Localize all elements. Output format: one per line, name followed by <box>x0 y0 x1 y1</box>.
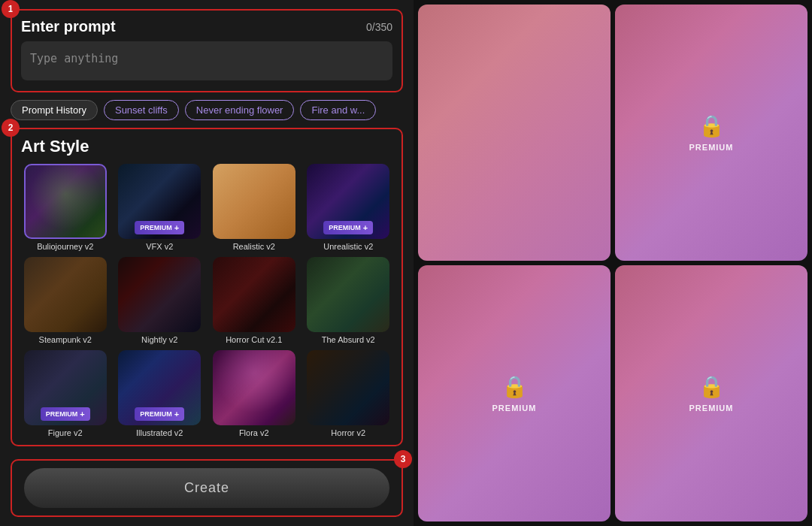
art-style-section-wrapper: 2 Art Style Buliojourney v2 PREMIUM VFX … <box>11 128 403 452</box>
art-label-figure: Figure v2 <box>48 428 83 437</box>
art-label-nightly: Nightly v2 <box>141 335 177 344</box>
art-thumb-absurd <box>307 257 389 332</box>
prompt-counter: 0/350 <box>366 21 392 33</box>
prompt-history-chip[interactable]: Prompt History <box>11 100 98 120</box>
art-thumb-realistic <box>213 164 295 239</box>
prompt-section: Enter prompt 0/350 <box>11 9 403 92</box>
fire-chip[interactable]: Fire and w... <box>300 100 376 120</box>
art-label-illustrated: Illustrated v2 <box>136 428 183 437</box>
art-thumb-flora <box>213 350 295 425</box>
art-item-steampunk[interactable]: Steampunk v2 <box>21 257 110 344</box>
art-item-horror2[interactable]: Horror v2 <box>304 350 393 437</box>
chips-row: Prompt History Sunset cliffs Never endin… <box>11 100 403 120</box>
lock-icon-3: 🔒 <box>501 374 528 399</box>
art-thumb-horror-cut <box>213 257 295 332</box>
step-3-badge: 3 <box>394 450 412 468</box>
prompt-header: Enter prompt 0/350 <box>21 18 392 35</box>
premium-badge-illustrated: PREMIUM <box>135 407 184 421</box>
art-item-figure[interactable]: PREMIUM Figure v2 <box>21 350 110 437</box>
art-style-section: Art Style Buliojourney v2 PREMIUM VFX v2… <box>11 128 403 446</box>
lock-icon-2: 🔒 <box>698 113 725 138</box>
sunset-cliffs-chip[interactable]: Sunset cliffs <box>104 100 179 120</box>
create-section: Create <box>11 459 403 517</box>
art-label-absurd: The Absurd v2 <box>322 335 375 344</box>
art-thumb-unrealistic: PREMIUM <box>307 164 389 239</box>
art-item-flora[interactable]: Flora v2 <box>210 350 298 437</box>
premium-label-4: PREMIUM <box>689 404 734 413</box>
art-item-horror-cut[interactable]: Horror Cut v2.1 <box>210 257 298 344</box>
art-label-horror2: Horror v2 <box>331 428 365 437</box>
art-thumb-horror2 <box>307 350 389 425</box>
preview-card-2[interactable]: 🔒 PREMIUM <box>615 5 807 261</box>
premium-badge-vfx: PREMIUM <box>135 221 184 234</box>
art-style-title: Art Style <box>21 137 392 156</box>
art-item-nightly[interactable]: Nightly v2 <box>116 257 205 344</box>
art-item-realistic[interactable]: Realistic v2 <box>210 164 298 251</box>
preview-card-1 <box>418 5 611 261</box>
art-style-grid: Buliojourney v2 PREMIUM VFX v2 Realistic… <box>21 164 392 437</box>
create-section-wrapper: 3 Create <box>11 459 403 517</box>
prompt-title: Enter prompt <box>21 18 116 35</box>
art-label-buliojourney: Buliojourney v2 <box>37 242 93 251</box>
art-label-vfx: VFX v2 <box>146 242 173 251</box>
step-2-badge: 2 <box>2 119 20 137</box>
lock-icon-4: 🔒 <box>698 374 725 399</box>
art-label-realistic: Realistic v2 <box>233 242 275 251</box>
art-item-vfx[interactable]: PREMIUM VFX v2 <box>116 164 205 251</box>
preview-card-4[interactable]: 🔒 PREMIUM <box>615 265 807 521</box>
preview-card-3[interactable]: 🔒 PREMIUM <box>418 265 611 521</box>
right-panel: 🔒 PREMIUM 🔒 PREMIUM 🔒 PREMIUM <box>414 0 812 526</box>
art-thumb-buliojourney <box>24 164 107 239</box>
left-panel: 1 Enter prompt 0/350 Prompt History Suns… <box>0 0 414 526</box>
art-item-buliojourney[interactable]: Buliojourney v2 <box>21 164 110 251</box>
art-label-steampunk: Steampunk v2 <box>39 335 92 344</box>
prompt-section-wrapper: 1 Enter prompt 0/350 <box>11 9 403 92</box>
art-item-illustrated[interactable]: PREMIUM Illustrated v2 <box>116 350 205 437</box>
art-item-absurd[interactable]: The Absurd v2 <box>304 257 393 344</box>
never-ending-flower-chip[interactable]: Never ending flower <box>185 100 295 120</box>
art-thumb-illustrated: PREMIUM <box>118 350 201 425</box>
premium-badge-unrealistic: PREMIUM <box>323 221 373 234</box>
prompt-input[interactable] <box>21 41 392 80</box>
premium-label-3: PREMIUM <box>492 404 537 413</box>
create-button[interactable]: Create <box>24 468 389 508</box>
premium-badge-figure: PREMIUM <box>41 407 90 421</box>
art-label-flora: Flora v2 <box>239 428 269 437</box>
art-thumb-vfx: PREMIUM <box>118 164 201 239</box>
art-thumb-nightly <box>118 257 201 332</box>
art-thumb-figure: PREMIUM <box>24 350 107 425</box>
art-item-unrealistic[interactable]: PREMIUM Unrealistic v2 <box>304 164 393 251</box>
art-label-horror-cut: Horror Cut v2.1 <box>226 335 282 344</box>
art-label-unrealistic: Unrealistic v2 <box>323 242 373 251</box>
art-thumb-steampunk <box>24 257 107 332</box>
premium-label-2: PREMIUM <box>689 143 734 152</box>
